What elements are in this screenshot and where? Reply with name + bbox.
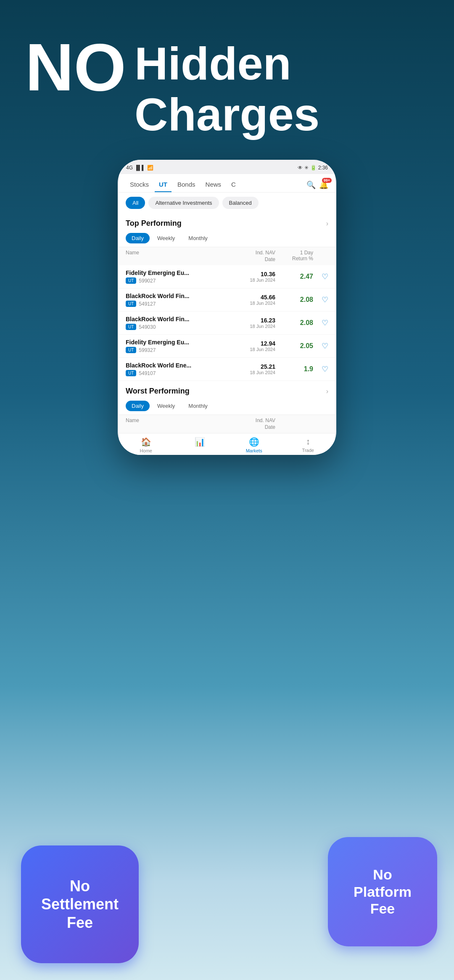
fund-nav-date-5: 18 Jun 2024: [233, 370, 275, 375]
fund-return-1: 2.47: [275, 273, 313, 280]
fund-row[interactable]: BlackRock World Fin... UT 549127 45.66 1…: [119, 288, 335, 312]
fund-tag-row-5: UT 549107: [126, 370, 233, 376]
worst-th-fav: [313, 417, 328, 431]
fund-tag-row-3: UT 549030: [126, 324, 233, 330]
fund-return-value-1: 2.47: [275, 273, 313, 280]
fund-return-3: 2.08: [275, 319, 313, 327]
platform-badge: No Platform Fee: [328, 837, 437, 946]
top-table-header: Name Ind. NAV Date 1 Day Return %: [119, 247, 335, 265]
worst-performing-chevron[interactable]: ›: [326, 388, 328, 395]
fund-info-3: BlackRock World Fin... UT 549030: [126, 316, 233, 330]
bottom-nav-trade-label: Trade: [302, 448, 314, 453]
nav-icons: 🔍 🔔 99+: [306, 180, 328, 190]
fund-fav-4[interactable]: ♡: [313, 341, 328, 351]
heart-icon-4[interactable]: ♡: [322, 341, 328, 351]
worst-period-monthly[interactable]: Monthly: [182, 401, 214, 411]
fund-tag-row-4: UT 599327: [126, 347, 233, 353]
heart-icon-5[interactable]: ♡: [322, 365, 328, 374]
fund-name-3: BlackRock World Fin...: [126, 316, 233, 322]
bottom-nav-home[interactable]: 🏠 Home: [119, 437, 173, 453]
fund-code-3: 549030: [139, 324, 156, 330]
fund-nav-value-2: 45.66: [233, 294, 275, 301]
settlement-badge: No Settlement Fee: [21, 845, 139, 963]
fund-nav-date-4: 18 Jun 2024: [233, 347, 275, 352]
fund-tag-4: UT: [126, 347, 136, 353]
fund-info-5: BlackRock World Ene... UT 549107: [126, 362, 233, 376]
fund-name-1: Fidelity Emerging Eu...: [126, 269, 233, 276]
bottom-nav: 🏠 Home 📊 🌐 Markets ↕️ Trade: [119, 433, 335, 455]
trade-icon: ↕️: [306, 437, 310, 446]
header-section: NO Hidden Charges: [0, 0, 454, 156]
worst-period-weekly[interactable]: Weekly: [151, 401, 181, 411]
heart-icon-1[interactable]: ♡: [322, 272, 328, 281]
fund-row[interactable]: BlackRock World Ene... UT 549107 25.21 1…: [119, 358, 335, 381]
fund-return-value-2: 2.08: [275, 296, 313, 304]
worst-performing-title: Worst Performing: [126, 387, 190, 396]
fund-return-4: 2.05: [275, 342, 313, 350]
bluetooth-icon: ✳: [304, 165, 309, 171]
heart-icon-3[interactable]: ♡: [322, 318, 328, 328]
bottom-nav-markets-chart[interactable]: 📊: [173, 437, 227, 453]
fund-nav-date-2: 18 Jun 2024: [233, 301, 275, 306]
fund-return-value-5: 1.9: [275, 365, 313, 373]
filter-alternative[interactable]: Alternative Investments: [148, 197, 219, 209]
phone-screen: Stocks UT Bonds News C 🔍 🔔 99+ All Alter…: [119, 174, 335, 455]
fund-nav-value-3: 16.23: [233, 317, 275, 324]
search-button[interactable]: 🔍: [306, 180, 316, 190]
fund-info-1: Fidelity Emerging Eu... UT 599027: [126, 269, 233, 284]
settlement-badge-text: No Settlement Fee: [41, 877, 119, 932]
th-name: Name: [126, 250, 233, 263]
fund-tag-row-1: UT 599027: [126, 277, 233, 284]
fund-nav-1: 10.36 18 Jun 2024: [233, 271, 275, 283]
fund-nav-date-1: 18 Jun 2024: [233, 277, 275, 283]
filter-chips: All Alternative Investments Balanced: [119, 193, 335, 213]
worst-performing-header: Worst Performing ›: [119, 381, 335, 399]
tab-ut[interactable]: UT: [155, 177, 172, 192]
th-nav-date: Ind. NAV Date: [233, 250, 275, 263]
fund-fav-5[interactable]: ♡: [313, 365, 328, 374]
top-period-tabs: Daily Weekly Monthly: [119, 231, 335, 247]
fund-code-2: 549127: [139, 301, 156, 307]
tab-news[interactable]: News: [201, 177, 226, 192]
worst-period-tabs: Daily Weekly Monthly: [119, 399, 335, 415]
platform-badge-text: No Platform Fee: [354, 866, 412, 917]
fund-name-2: BlackRock World Fin...: [126, 293, 233, 299]
worst-performing-section: Worst Performing › Daily Weekly Monthly …: [119, 381, 335, 433]
fund-fav-2[interactable]: ♡: [313, 295, 328, 304]
bottom-nav-globe-label: Markets: [246, 448, 262, 453]
status-right: 👁 ✳ 🔋 2:36: [298, 165, 328, 171]
fund-row[interactable]: Fidelity Emerging Eu... UT 599027 10.36 …: [119, 265, 335, 288]
tab-bonds[interactable]: Bonds: [173, 177, 200, 192]
top-period-weekly[interactable]: Weekly: [151, 233, 181, 243]
top-performing-title: Top Performing: [126, 219, 182, 228]
home-icon: 🏠: [141, 437, 151, 447]
th-return: 1 Day Return %: [275, 250, 313, 263]
status-left: 4G ▐▌▌ 📶: [126, 165, 153, 171]
bottom-nav-home-label: Home: [140, 448, 152, 453]
bottom-nav-markets-globe[interactable]: 🌐 Markets: [227, 437, 281, 453]
fund-code-4: 599327: [139, 347, 156, 353]
top-period-daily[interactable]: Daily: [126, 233, 150, 243]
bottom-nav-trade[interactable]: ↕️ Trade: [281, 437, 335, 453]
fund-fav-1[interactable]: ♡: [313, 272, 328, 281]
top-performing-chevron[interactable]: ›: [326, 220, 328, 227]
fund-row[interactable]: BlackRock World Fin... UT 549030 16.23 1…: [119, 312, 335, 335]
fund-tag-5: UT: [126, 370, 136, 376]
fund-fav-3[interactable]: ♡: [313, 318, 328, 328]
worst-th-nav-date: Ind. NAV Date: [233, 417, 275, 431]
header-no: NO: [25, 34, 126, 101]
tab-c[interactable]: C: [227, 177, 240, 192]
worst-period-daily[interactable]: Daily: [126, 401, 150, 411]
fund-row[interactable]: Fidelity Emerging Eu... UT 599327 12.94 …: [119, 335, 335, 358]
heart-icon-2[interactable]: ♡: [322, 295, 328, 304]
fund-return-value-3: 2.08: [275, 319, 313, 327]
fund-tag-2: UT: [126, 301, 136, 307]
top-period-monthly[interactable]: Monthly: [182, 233, 214, 243]
signal-icon: 4G: [126, 165, 133, 171]
tab-stocks[interactable]: Stocks: [126, 177, 153, 192]
bell-button[interactable]: 🔔 99+: [319, 180, 328, 190]
filter-all[interactable]: All: [126, 197, 145, 209]
filter-balanced[interactable]: Balanced: [222, 197, 259, 209]
fund-nav-5: 25.21 18 Jun 2024: [233, 363, 275, 375]
globe-icon: 🌐: [249, 437, 259, 447]
